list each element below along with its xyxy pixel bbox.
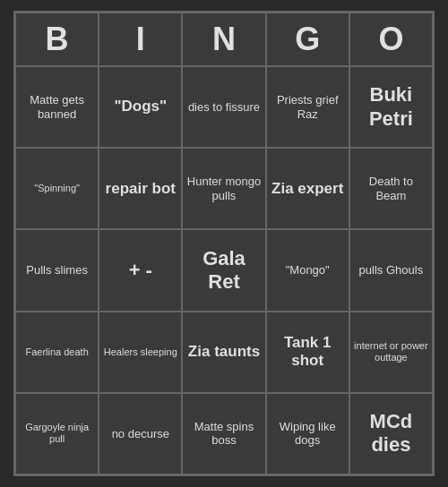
bingo-cell-1: "Dogs" <box>99 66 182 148</box>
bingo-cell-12: Gala Ret <box>182 229 265 311</box>
bingo-cell-17: Zia taunts <box>182 312 265 393</box>
bingo-cell-10: Pulls slimes <box>15 229 99 311</box>
header-g: G <box>266 13 349 66</box>
bingo-cell-4: Buki Petri <box>349 66 433 148</box>
bingo-cell-19: internet or power outtage <box>349 312 433 393</box>
bingo-cell-15: Faerlina death <box>15 312 99 393</box>
bingo-cell-9: Death to Beam <box>349 148 433 229</box>
bingo-cell-0: Matte gets banned <box>15 66 99 148</box>
bingo-cell-3: Priests grief Raz <box>266 66 349 148</box>
bingo-cell-7: Hunter mongo pulls <box>182 148 265 229</box>
bingo-card: B I N G O Matte gets banned"Dogs"dies to… <box>13 11 435 476</box>
bingo-cell-14: pulls Ghouls <box>349 229 433 311</box>
bingo-cell-24: MCd dies <box>349 393 433 474</box>
bingo-cell-13: "Mongo" <box>266 229 349 311</box>
bingo-cell-2: dies to fissure <box>182 66 265 148</box>
bingo-cell-11: + - <box>99 229 182 311</box>
bingo-cell-20: Gargoyle ninja pull <box>15 393 99 474</box>
bingo-cell-21: no decurse <box>99 393 182 474</box>
bingo-cell-18: Tank 1 shot <box>266 312 349 393</box>
header-o: O <box>349 13 433 66</box>
header-n: N <box>182 13 265 66</box>
header-b: B <box>15 13 99 66</box>
bingo-cell-6: repair bot <box>99 148 182 229</box>
bingo-cell-22: Matte spins boss <box>182 393 265 474</box>
bingo-cell-8: Zia expert <box>266 148 349 229</box>
bingo-cell-5: "Spinning" <box>15 148 99 229</box>
header-i: I <box>99 13 182 66</box>
bingo-cell-23: Wiping like dogs <box>266 393 349 474</box>
bingo-cell-16: Healers sleeping <box>99 312 182 393</box>
